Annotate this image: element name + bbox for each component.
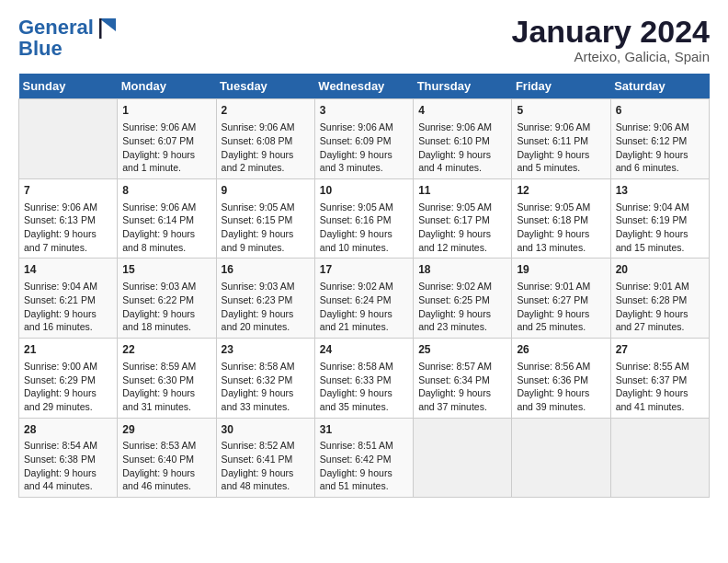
cell-info-line: and 35 minutes. [320,400,408,414]
day-number: 20 [616,262,704,278]
day-number: 17 [320,262,408,278]
cell-info-line: Sunset: 6:30 PM [122,373,210,387]
calendar-cell: 15Sunrise: 9:03 AMSunset: 6:22 PMDayligh… [118,259,216,339]
cell-info-line: Daylight: 9 hours [222,148,310,162]
calendar-cell: 9Sunrise: 9:05 AMSunset: 6:15 PMDaylight… [216,178,314,259]
cell-info-line: and 4 minutes. [418,161,506,175]
week-row: 28Sunrise: 8:54 AMSunset: 6:38 PMDayligh… [19,418,710,498]
calendar-cell: 28Sunrise: 8:54 AMSunset: 6:38 PMDayligh… [19,418,118,498]
calendar-cell: 1Sunrise: 9:06 AMSunset: 6:07 PMDaylight… [118,99,216,179]
subtitle: Arteixo, Galicia, Spain [512,49,711,64]
cell-info-line: and 33 minutes. [222,400,310,414]
day-number: 11 [418,183,506,199]
cell-info-line: and 31 minutes. [122,400,210,414]
title-block: January 2024 Arteixo, Galicia, Spain [512,15,711,64]
col-header-friday: Friday [512,74,610,99]
cell-info-line: Daylight: 9 hours [122,466,210,480]
calendar-cell: 4Sunrise: 9:06 AMSunset: 6:10 PMDaylight… [414,99,512,179]
main-title: January 2024 [512,15,711,49]
day-number: 5 [517,103,605,119]
page: General Blue January 2024 Arteixo, Galic… [0,0,728,507]
day-number: 28 [24,422,112,438]
day-number: 1 [122,103,210,119]
cell-info-line: Daylight: 9 hours [222,307,310,321]
cell-info-line: Daylight: 9 hours [320,148,408,162]
cell-info-line: Sunrise: 9:00 AM [24,360,112,373]
cell-info-line: Sunrise: 9:04 AM [24,280,112,293]
cell-info-line: Sunset: 6:32 PM [222,373,310,387]
cell-info-line: Sunrise: 9:03 AM [222,280,310,293]
cell-info-line: Sunset: 6:41 PM [222,453,310,466]
calendar-cell: 16Sunrise: 9:03 AMSunset: 6:23 PMDayligh… [216,259,314,339]
day-number: 31 [320,422,408,438]
day-number: 29 [122,422,210,438]
col-header-saturday: Saturday [610,74,709,99]
cell-info-line: Sunrise: 8:51 AM [320,439,408,453]
logo-icon [96,15,121,40]
cell-info-line: Sunrise: 8:52 AM [222,439,310,453]
week-row: 7Sunrise: 9:06 AMSunset: 6:13 PMDaylight… [19,178,710,259]
cell-info-line: Daylight: 9 hours [122,307,210,321]
cell-info-line: Daylight: 9 hours [222,466,310,480]
day-number: 21 [24,342,112,358]
cell-info-line: Daylight: 9 hours [222,227,310,241]
svg-rect-1 [99,18,102,39]
cell-info-line: Daylight: 9 hours [616,227,704,241]
cell-info-line: Sunrise: 9:06 AM [418,121,506,134]
cell-info-line: and 27 minutes. [616,320,704,334]
col-header-thursday: Thursday [414,74,512,99]
calendar-cell: 14Sunrise: 9:04 AMSunset: 6:21 PMDayligh… [19,259,118,339]
cell-info-line: Daylight: 9 hours [418,307,506,321]
cell-info-line: and 23 minutes. [418,320,506,334]
cell-info-line: and 3 minutes. [320,161,408,175]
cell-info-line: Sunrise: 8:57 AM [418,360,506,373]
day-number: 18 [418,262,506,278]
cell-info-line: Sunset: 6:25 PM [418,293,506,307]
col-header-wednesday: Wednesday [314,74,413,99]
day-number: 26 [517,342,605,358]
calendar-cell: 11Sunrise: 9:05 AMSunset: 6:17 PMDayligh… [414,178,512,259]
day-number: 10 [320,183,408,199]
cell-info-line: Daylight: 9 hours [320,227,408,241]
col-header-sunday: Sunday [19,74,118,99]
col-header-tuesday: Tuesday [216,74,314,99]
calendar-cell: 26Sunrise: 8:56 AMSunset: 6:36 PMDayligh… [512,339,610,419]
cell-info-line: Sunrise: 9:01 AM [616,280,704,293]
calendar-cell: 25Sunrise: 8:57 AMSunset: 6:34 PMDayligh… [414,339,512,419]
cell-info-line: and 39 minutes. [517,400,605,414]
cell-info-line: and 41 minutes. [616,400,704,414]
cell-info-line: Sunrise: 8:58 AM [222,360,310,373]
day-number: 27 [616,342,704,358]
cell-info-line: Daylight: 9 hours [122,227,210,241]
cell-info-line: Daylight: 9 hours [517,307,605,321]
cell-info-line: and 6 minutes. [616,161,704,175]
day-number: 24 [320,342,408,358]
cell-info-line: and 8 minutes. [122,241,210,255]
cell-info-line: Sunset: 6:29 PM [24,373,112,387]
calendar-table: SundayMondayTuesdayWednesdayThursdayFrid… [18,74,710,498]
cell-info-line: and 37 minutes. [418,400,506,414]
calendar-cell: 30Sunrise: 8:52 AMSunset: 6:41 PMDayligh… [216,418,314,498]
calendar-cell: 29Sunrise: 8:53 AMSunset: 6:40 PMDayligh… [118,418,216,498]
calendar-cell: 7Sunrise: 9:06 AMSunset: 6:13 PMDaylight… [19,178,118,259]
calendar-cell [512,418,610,498]
cell-info-line: Sunrise: 9:01 AM [517,280,605,293]
cell-info-line: Daylight: 9 hours [517,148,605,162]
cell-info-line: Sunset: 6:42 PM [320,453,408,466]
cell-info-line: and 7 minutes. [24,241,112,255]
day-number: 22 [122,342,210,358]
cell-info-line: Sunrise: 9:05 AM [222,201,310,214]
cell-info-line: and 1 minute. [122,161,210,175]
col-header-monday: Monday [118,74,216,99]
cell-info-line: Sunrise: 9:06 AM [320,121,408,134]
cell-info-line: Daylight: 9 hours [122,148,210,162]
cell-info-line: Sunset: 6:16 PM [320,213,408,227]
cell-info-line: Sunset: 6:14 PM [122,213,210,227]
cell-info-line: Daylight: 9 hours [616,148,704,162]
day-number: 14 [24,262,112,278]
day-number: 15 [122,262,210,278]
calendar-cell: 5Sunrise: 9:06 AMSunset: 6:11 PMDaylight… [512,99,610,179]
cell-info-line: Sunset: 6:27 PM [517,293,605,307]
cell-info-line: Sunrise: 8:53 AM [122,439,210,453]
cell-info-line: Sunset: 6:23 PM [222,293,310,307]
